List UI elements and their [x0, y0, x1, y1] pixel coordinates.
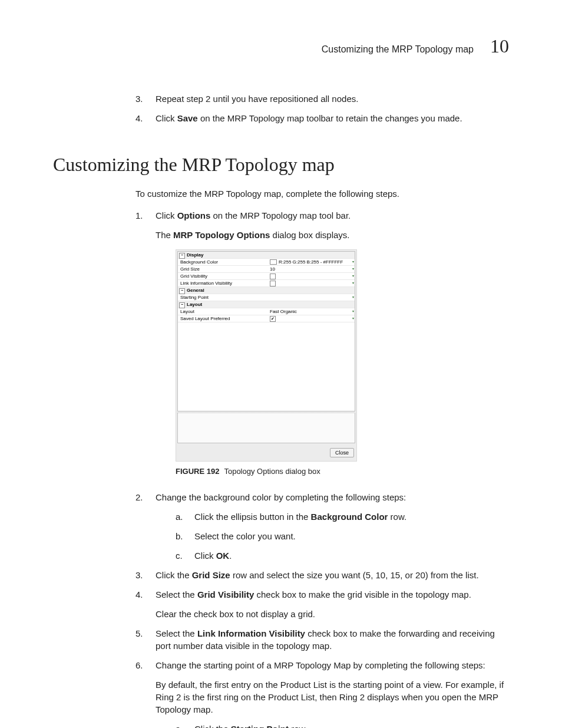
chevron-down-icon[interactable]: ▾ — [351, 266, 355, 271]
section-heading: Customizing the MRP Topology map — [53, 154, 509, 176]
group-layout[interactable]: −Layout — [178, 301, 355, 308]
collapse-icon[interactable]: − — [179, 302, 185, 308]
close-button[interactable]: Close — [330, 448, 354, 457]
row-grid-size[interactable]: Grid Size 10 ▾ — [178, 266, 355, 273]
step2b: Select the color you want. — [176, 530, 509, 542]
row-link-info-visibility[interactable]: Link Information Visibility ▾ — [178, 280, 355, 287]
detail-pane — [177, 413, 355, 443]
step2a: Click the ellipsis button in the Backgro… — [176, 510, 509, 523]
step6-substeps: Click the Starting Point row. Enter the … — [176, 723, 509, 728]
collapse-icon[interactable]: − — [179, 253, 185, 259]
step6a: Click the Starting Point row. — [176, 723, 509, 728]
step-3: Repeat step 2 until you have repositione… — [135, 93, 509, 105]
chevron-down-icon[interactable]: ▾ — [351, 316, 355, 321]
proc-step-4: Select the Grid Visibility check box to … — [135, 588, 509, 620]
section-intro: To customize the MRP Topology map, compl… — [135, 187, 509, 200]
header-title: Customizing the MRP Topology map — [322, 44, 474, 55]
checkbox-unchecked[interactable] — [270, 274, 276, 279]
proc-step-1: Click Options on the MRP Topology map to… — [135, 209, 509, 477]
row-layout[interactable]: Layout Fast Organic ▾ — [178, 308, 355, 315]
checkbox-unchecked[interactable] — [270, 281, 276, 286]
chevron-down-icon[interactable]: ▾ — [351, 259, 355, 264]
step-4: Click Save on the MRP Topology map toolb… — [135, 112, 509, 124]
options-grid: −Display Background Color R:255 G:255 B:… — [177, 251, 355, 411]
group-display[interactable]: −Display — [178, 252, 355, 259]
chevron-down-icon[interactable]: ▾ — [351, 309, 355, 314]
row-saved-layout-preferred[interactable]: Saved Layout Preferred ✔ ▾ — [178, 315, 355, 322]
chevron-down-icon[interactable]: ▾ — [351, 281, 355, 285]
proc-step-5: Select the Link Information Visibility c… — [135, 627, 509, 652]
figure-caption: FIGURE 192Topology Options dialog box — [176, 466, 509, 477]
chevron-down-icon[interactable]: ▾ — [351, 295, 355, 299]
step2-substeps: Click the ellipsis button in the Backgro… — [176, 510, 509, 562]
grid-empty-area — [178, 322, 355, 411]
proc-step-6: Change the starting point of a MRP Topol… — [135, 659, 509, 728]
row-grid-visibility[interactable]: Grid Visibility ▾ — [178, 273, 355, 280]
group-general[interactable]: −General — [178, 287, 355, 294]
procedure-steps: Click Options on the MRP Topology map to… — [135, 209, 509, 728]
chapter-number: 10 — [490, 35, 509, 57]
page-header: Customizing the MRP Topology map 10 — [53, 35, 509, 57]
color-swatch — [270, 259, 277, 265]
topology-options-dialog: −Display Background Color R:255 G:255 B:… — [176, 249, 357, 462]
chevron-down-icon[interactable]: ▾ — [351, 274, 355, 278]
row-starting-point[interactable]: Starting Point ▾ — [178, 294, 355, 301]
step2c: Click OK. — [176, 549, 509, 562]
proc-step-3: Click the Grid Size row and select the s… — [135, 569, 509, 581]
row-background-color[interactable]: Background Color R:255 G:255 B:255 - #FF… — [178, 259, 355, 266]
collapse-icon[interactable]: − — [179, 288, 185, 294]
checkbox-checked[interactable]: ✔ — [270, 316, 276, 322]
continued-steps: Repeat step 2 until you have repositione… — [135, 93, 509, 124]
proc-step-2: Change the background color by completin… — [135, 491, 509, 562]
